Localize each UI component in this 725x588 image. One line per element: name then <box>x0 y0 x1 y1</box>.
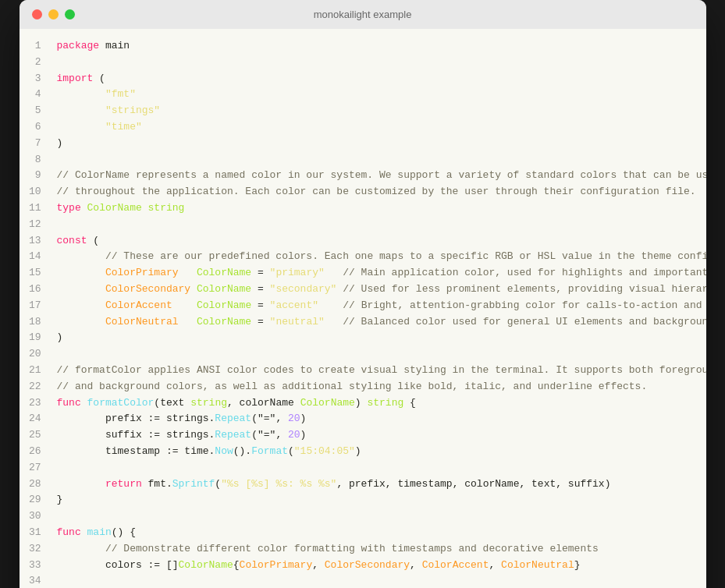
line-number: 28 <box>20 476 41 493</box>
code-line: 3import ( <box>20 71 706 87</box>
line-number: 10 <box>20 184 41 200</box>
token-plain <box>57 429 105 441</box>
token-plain <box>179 316 197 328</box>
token-plain: , <box>312 559 325 571</box>
line-content: return fmt.Sprintf("%s [%s] %s: %s %s", … <box>57 476 694 493</box>
line-number: 21 <box>20 363 41 379</box>
token-fn: main <box>87 526 112 538</box>
token-str: "fmt" <box>105 88 136 100</box>
titlebar: monokailight example <box>20 0 706 29</box>
line-content: import ( <box>57 71 694 87</box>
token-plain: = <box>251 283 269 295</box>
line-number: 26 <box>20 444 41 460</box>
line-number: 5 <box>20 103 41 119</box>
code-line: 25 suffix := strings.Repeat("=", 20) <box>20 427 706 444</box>
line-content: func formatColor(text string, colorName … <box>57 395 694 412</box>
code-editor[interactable]: 1package main2 3import (4 "fmt"5 "string… <box>20 29 706 588</box>
token-plain: { <box>233 559 240 571</box>
token-plain: ( <box>215 478 221 490</box>
code-line: 6 "time" <box>20 119 706 136</box>
token-plain: (). <box>233 445 251 457</box>
token-comment: // and background colors, as well as add… <box>57 381 648 392</box>
line-content: prefix := strings.Repeat("=", 20) <box>57 411 694 427</box>
token-plain: main <box>99 40 130 51</box>
token-const-name: ColorNeutral <box>501 559 574 571</box>
token-plain: , prefix, timestamp, colorName, text, su… <box>336 478 610 490</box>
token-plain: ( <box>93 73 105 84</box>
token-kw: func <box>57 397 81 409</box>
code-line: 21// formatColor applies ANSI color code… <box>20 363 706 379</box>
token-plain: ) <box>300 413 307 424</box>
line-content <box>57 55 694 71</box>
maximize-button[interactable] <box>65 9 75 19</box>
token-plain: ) <box>355 445 361 457</box>
token-plain <box>172 299 197 311</box>
token-type: ColorName <box>300 397 355 409</box>
code-line: 24 prefix := strings.Repeat("=", 20) <box>20 411 706 427</box>
token-const-name: ColorSecondary <box>325 559 410 571</box>
token-str: "15:04:05" <box>294 445 355 457</box>
code-line: 23func formatColor(text string, colorNam… <box>20 395 706 412</box>
line-number: 7 <box>20 136 41 152</box>
token-comment: // Bright, attention-grabbing color for … <box>343 299 705 311</box>
token-type: ColorName <box>197 299 251 311</box>
token-comment: // These are our predefined colors. Each… <box>57 250 706 262</box>
line-number: 11 <box>20 200 41 217</box>
code-line: 16 ColorSecondary ColorName = "secondary… <box>20 282 706 298</box>
token-plain: , <box>489 559 501 571</box>
line-content: timestamp := time.Now().Format("15:04:05… <box>57 444 694 460</box>
token-comment: // Used for less prominent elements, pro… <box>343 283 705 295</box>
token-kw: func <box>57 526 81 538</box>
line-content: const ( <box>57 233 694 250</box>
code-line: 9// ColorName represents a named color i… <box>20 168 706 184</box>
token-type: ColorName <box>87 202 142 214</box>
line-number: 22 <box>20 379 41 395</box>
code-line: 18 ColorNeutral ColorName = "neutral" //… <box>20 314 706 331</box>
code-line: 12 <box>20 217 706 233</box>
token-plain: , colorName <box>227 397 300 409</box>
token-plain: = <box>251 299 269 311</box>
token-plain <box>57 478 105 490</box>
token-plain <box>325 267 343 278</box>
token-str: "%s [%s] %s: %s %s" <box>221 478 336 490</box>
token-str: "strings" <box>105 104 160 116</box>
token-plain <box>57 413 105 424</box>
token-plain: = <box>251 267 269 278</box>
code-line: 7) <box>20 136 706 152</box>
token-str: "accent" <box>270 299 318 311</box>
token-plain <box>179 267 197 278</box>
line-content: "strings" <box>57 103 694 119</box>
token-plain <box>57 283 105 295</box>
line-number: 15 <box>20 265 41 282</box>
token-fn: Format <box>251 445 288 457</box>
code-line: 22// and background colors, as well as a… <box>20 379 706 395</box>
token-str: "time" <box>105 121 142 133</box>
token-plain <box>57 121 105 133</box>
line-content <box>57 217 694 233</box>
token-const-name: ColorPrimary <box>240 559 313 571</box>
token-comment: // Balanced color used for general UI el… <box>343 316 705 328</box>
token-const-name: ColorSecondary <box>105 283 190 295</box>
line-content: ColorSecondary ColorName = "secondary" /… <box>57 282 706 298</box>
token-plain <box>190 283 197 295</box>
line-content: suffix := strings.Repeat("=", 20) <box>57 427 694 444</box>
minimize-button[interactable] <box>48 9 59 19</box>
code-line: 15 ColorPrimary ColorName = "primary" //… <box>20 265 706 282</box>
code-line: 2 <box>20 55 706 71</box>
token-comment: // formatColor applies ANSI color codes … <box>57 364 706 376</box>
token-plain: ) <box>57 137 63 149</box>
line-number: 18 <box>20 314 41 331</box>
close-button[interactable] <box>32 9 42 19</box>
token-str: "primary" <box>270 267 325 278</box>
code-line: 32 // Demonstrate different color format… <box>20 541 706 558</box>
line-content: "fmt" <box>57 87 694 103</box>
line-content <box>57 152 694 168</box>
line-content: ) <box>57 330 694 346</box>
token-type: string <box>367 397 403 409</box>
token-comment: // Main application color, used for high… <box>343 267 705 278</box>
line-number: 3 <box>20 71 41 87</box>
token-plain <box>325 316 343 328</box>
token-plain: , <box>410 559 422 571</box>
line-number: 14 <box>20 249 41 265</box>
window-title: monokailight example <box>314 9 412 20</box>
